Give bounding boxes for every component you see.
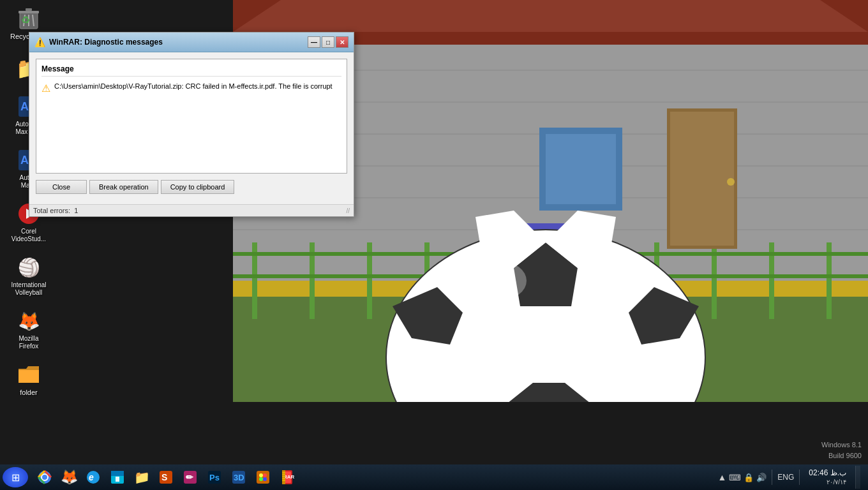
desktop-icon-firefox[interactable]: 🦊 MozillaFirefox <box>3 306 54 353</box>
svg-rect-41 <box>19 11 39 13</box>
dialog-title-left: ⚠️ WinRAR: Diagnostic messages <box>34 37 163 47</box>
svg-point-27 <box>727 178 735 186</box>
taskbar-notification-area: ▲ ⌨ 🔒 🔊 ENG 02:46 ب.ظ ۲۰/۷/۱۴ <box>717 464 865 490</box>
svg-text:Ps: Ps <box>209 473 220 482</box>
break-operation-button[interactable]: Break operation <box>89 180 158 194</box>
svg-text:S: S <box>161 472 167 482</box>
dialog-titlebar: ⚠️ WinRAR: Diagnostic messages — □ ✕ <box>29 33 354 52</box>
taskbar-sep2 <box>799 470 800 485</box>
taskbar-ie[interactable]: e <box>82 466 105 489</box>
taskbar-sketchbook[interactable]: S <box>154 466 177 489</box>
dialog-message-area: Message ⚠ C:\Users\amin\Desktop\V-RayTut… <box>36 59 347 174</box>
desktop: ♻ Recycle Bin 📁 A AutodeskMax 20... <box>0 0 868 490</box>
firefox-icon: 🦊 <box>16 308 41 334</box>
windows-version-label: Windows 8.1 <box>821 440 862 450</box>
status-label: Total errors: <box>33 207 70 214</box>
taskbar: ⊞ 🦊 e <box>0 464 868 490</box>
dialog-minimize-button[interactable]: — <box>308 36 320 48</box>
taskbar-time: 02:46 ب.ظ <box>809 468 846 479</box>
svg-rect-77 <box>282 470 285 484</box>
status-count: 1 <box>74 207 78 214</box>
volleyball-label: InternationalVolleyball <box>11 281 46 297</box>
desktop-icon-volleyball[interactable]: 🏐 InternationalVolleyball <box>3 252 54 299</box>
dialog-message-header: Message <box>41 64 341 77</box>
taskbar-paint[interactable] <box>251 466 274 489</box>
start-icon: ⊞ <box>11 471 20 484</box>
taskbar-winrar[interactable]: RAR <box>276 466 299 489</box>
taskbar-photoshop[interactable]: Ps <box>203 466 226 489</box>
svg-text:e: e <box>89 472 94 482</box>
svg-point-55 <box>42 475 47 480</box>
dialog-body: Message ⚠ C:\Users\amin\Desktop\V-RayTut… <box>29 52 354 204</box>
resize-grip[interactable]: // <box>346 207 350 214</box>
corel-video-label: CorelVideoStud... <box>11 228 46 243</box>
taskbar-date: ۲۰/۷/۱۴ <box>827 478 846 486</box>
windows-build-label: Build 9600 <box>821 450 862 461</box>
warning-icon: ⚠ <box>41 82 50 94</box>
systray-network[interactable]: 🔒 <box>744 473 754 482</box>
taskbar-sep1 <box>772 470 772 485</box>
svg-rect-59 <box>111 471 124 476</box>
dialog-message-entry: ⚠ C:\Users\amin\Desktop\V-RayTutorial.zi… <box>41 82 341 94</box>
taskbar-store[interactable] <box>106 466 129 489</box>
svg-rect-60 <box>116 477 119 482</box>
winrar-dialog: ⚠️ WinRAR: Diagnostic messages — □ ✕ Mes… <box>29 32 354 217</box>
svg-point-70 <box>259 473 263 477</box>
taskbar-explorer[interactable]: 📁 <box>130 466 153 489</box>
language-indicator[interactable]: ENG <box>777 473 794 482</box>
winrar-title-icon: ⚠️ <box>34 37 45 47</box>
svg-text:3D: 3D <box>234 473 244 482</box>
folder-icon <box>16 362 41 387</box>
svg-rect-42 <box>26 8 32 11</box>
taskbar-3d[interactable]: 3D <box>227 466 250 489</box>
svg-point-71 <box>263 473 267 477</box>
svg-rect-29 <box>546 134 616 204</box>
dialog-maximize-button[interactable]: □ <box>322 36 334 48</box>
firefox-label: MozillaFirefox <box>19 335 38 350</box>
taskbar-clock[interactable]: 02:46 ب.ظ ۲۰/۷/۱۴ <box>805 468 850 487</box>
recycle-bin-icon: ♻ <box>16 6 41 31</box>
svg-text:A: A <box>20 154 29 167</box>
folder-label: folder <box>20 389 38 397</box>
copy-to-clipboard-button[interactable]: Copy to clipboard <box>161 180 235 194</box>
show-desktop-button[interactable] <box>855 466 860 489</box>
volleyball-icon: 🏐 <box>16 255 41 280</box>
taskbar-chrome[interactable] <box>33 466 56 489</box>
svg-text:A: A <box>20 100 29 113</box>
systray-keyboard[interactable]: ⌨ <box>729 473 741 482</box>
svg-text:✏: ✏ <box>186 472 194 482</box>
systray-volume[interactable]: 🔊 <box>756 473 767 482</box>
start-button[interactable]: ⊞ <box>3 467 28 487</box>
svg-rect-26 <box>670 112 734 246</box>
dialog-container: ⚠️ WinRAR: Diagnostic messages — □ ✕ Mes… <box>29 32 354 217</box>
taskbar-firefox[interactable]: 🦊 <box>57 466 80 489</box>
close-button[interactable]: Close <box>36 180 87 194</box>
dialog-close-button[interactable]: ✕ <box>336 36 348 48</box>
status-text: Total errors: 1 <box>33 207 78 214</box>
windows-version-text: Windows 8.1 Build 9600 <box>821 440 862 461</box>
svg-marker-9 <box>233 0 868 32</box>
svg-point-73 <box>263 477 267 481</box>
dialog-message-text: C:\Users\amin\Desktop\V-RayTutorial.zip:… <box>54 82 333 91</box>
taskbar-pencil[interactable]: ✏ <box>179 466 202 489</box>
svg-rect-69 <box>257 471 269 484</box>
svg-point-39 <box>475 262 527 300</box>
svg-text:♻: ♻ <box>21 15 30 26</box>
desktop-icon-folder[interactable]: folder <box>3 359 54 399</box>
dialog-status-bar: Total errors: 1 // <box>29 204 354 216</box>
systray-icons: ▲ ⌨ 🔒 🔊 <box>717 472 767 482</box>
systray-up-arrow[interactable]: ▲ <box>717 472 726 482</box>
dialog-title-text: WinRAR: Diagnostic messages <box>49 38 163 47</box>
svg-point-72 <box>259 477 263 481</box>
dialog-buttons-row: Close Break operation Copy to clipboard <box>36 180 347 194</box>
taskbar-pinned-items: 🦊 e 📁 S <box>31 466 717 489</box>
dialog-title-controls: — □ ✕ <box>308 36 348 48</box>
